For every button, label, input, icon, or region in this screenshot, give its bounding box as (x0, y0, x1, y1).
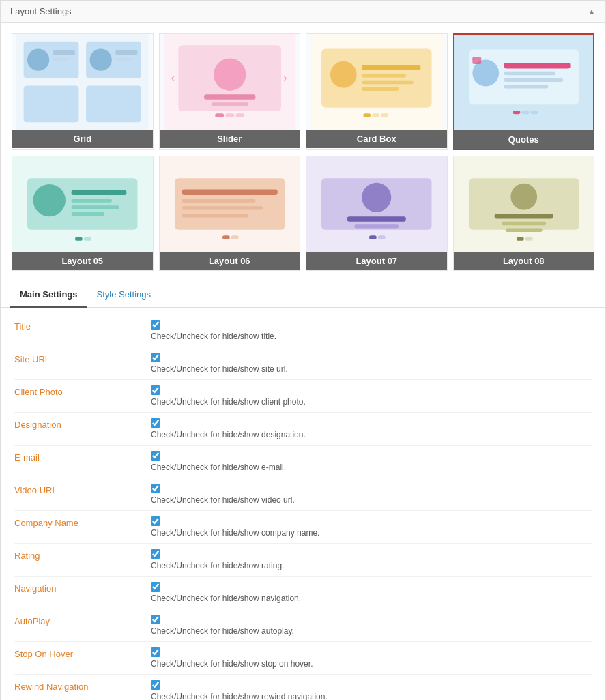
layout-thumb-cardbox (306, 34, 447, 130)
layout-label-cardbox: Card Box (306, 130, 447, 148)
layout-label-quotes: Quotes (454, 130, 594, 149)
svg-rect-30 (381, 113, 388, 117)
svg-rect-65 (369, 235, 377, 239)
setting-label-autoplay: AutoPlay (14, 615, 151, 626)
layout-item-layout06[interactable]: Layout 06 (159, 156, 301, 271)
svg-point-23 (330, 61, 357, 88)
svg-rect-3 (24, 85, 79, 122)
setting-desc-email: Check/Uncheck for hide/show e-mail. (151, 463, 592, 472)
svg-rect-37 (504, 85, 548, 88)
checkbox-email[interactable] (151, 451, 160, 461)
svg-rect-47 (72, 199, 112, 202)
layout-thumb-layout06 (160, 156, 300, 252)
layout-thumb-slider: ‹ › (160, 34, 300, 130)
svg-rect-4 (86, 85, 141, 122)
layout-label-layout08: Layout 08 (454, 252, 594, 270)
svg-rect-40 (513, 111, 520, 114)
layout-item-layout07[interactable]: Layout 07 (306, 156, 448, 271)
svg-rect-58 (222, 235, 229, 239)
svg-rect-14 (204, 94, 255, 100)
checkbox-client-photo[interactable] (151, 385, 160, 395)
checkbox-stop-on-hover[interactable] (151, 647, 160, 657)
setting-row-stop-on-hover: Stop On Hover Check/Uncheck for hide/sho… (14, 642, 592, 675)
svg-rect-18 (235, 113, 244, 117)
layout-item-layout05[interactable]: Layout 05 (12, 156, 154, 271)
layout-thumb-grid (12, 34, 153, 130)
svg-rect-55 (182, 199, 255, 202)
layout-item-slider[interactable]: ‹ › Slider (159, 33, 301, 150)
setting-row-navigation: Navigation Check/Uncheck for hide/show n… (14, 577, 592, 609)
layout-item-cardbox[interactable]: Card Box (306, 33, 448, 150)
setting-desc-video-url: Check/Uncheck for hide/show video url. (151, 495, 592, 505)
setting-label-email: E-mail (14, 451, 151, 463)
collapse-icon[interactable]: ▲ (588, 7, 596, 16)
setting-row-email: E-mail Check/Uncheck for hide/show e-mai… (14, 446, 592, 478)
svg-rect-17 (225, 113, 234, 117)
layout-item-grid[interactable]: Grid (12, 33, 154, 150)
setting-control-rewind-navigation: Check/Uncheck for hide/show rewind navig… (151, 680, 592, 700)
setting-desc-company-name: Check/Uncheck for hide/show company name… (151, 528, 592, 538)
checkbox-site-url[interactable] (151, 353, 160, 362)
setting-desc-stop-on-hover: Check/Uncheck for hide/show stop on hove… (151, 659, 592, 669)
setting-control-client-photo: Check/Uncheck for hide/show client photo… (151, 385, 592, 407)
layout-label-layout05: Layout 05 (12, 252, 153, 270)
layout-label-layout06: Layout 06 (160, 252, 300, 270)
checkbox-rating[interactable] (151, 549, 160, 559)
setting-control-video-url: Check/Uncheck for hide/show video url. (151, 484, 592, 505)
layout-thumb-layout08 (454, 156, 594, 252)
setting-label-navigation: Navigation (14, 582, 151, 594)
setting-label-rewind-navigation: Rewind Navigation (14, 680, 151, 692)
svg-text:": " (471, 55, 474, 67)
checkbox-title[interactable] (151, 320, 160, 330)
layout-label-layout07: Layout 07 (306, 252, 447, 270)
checkbox-navigation[interactable] (151, 582, 160, 592)
svg-rect-6 (53, 50, 75, 55)
svg-rect-24 (362, 65, 420, 70)
setting-label-stop-on-hover: Stop On Hover (14, 647, 151, 659)
checkbox-company-name[interactable] (151, 516, 160, 526)
layout-thumb-layout05 (12, 156, 153, 252)
setting-row-video-url: Video URL Check/Uncheck for hide/show vi… (14, 478, 592, 511)
svg-rect-49 (72, 212, 104, 216)
svg-text:‹: ‹ (171, 70, 175, 85)
svg-rect-46 (72, 190, 127, 196)
setting-control-site-url: Check/Uncheck for hide/show site url. (151, 353, 592, 374)
checkbox-video-url[interactable] (151, 484, 160, 493)
svg-rect-57 (182, 214, 248, 217)
svg-rect-64 (354, 224, 399, 228)
tab-style-settings[interactable]: Style Settings (87, 282, 161, 308)
checkbox-rewind-navigation[interactable] (151, 680, 160, 690)
setting-desc-rating: Check/Uncheck for hide/show rating. (151, 561, 592, 570)
setting-row-company-name: Company Name Check/Uncheck for hide/show… (14, 511, 592, 544)
checkbox-autoplay[interactable] (151, 615, 160, 624)
layout-item-layout08[interactable]: Layout 08 (453, 156, 595, 271)
svg-rect-25 (362, 74, 406, 77)
layout-label-grid: Grid (12, 130, 153, 148)
setting-control-navigation: Check/Uncheck for hide/show navigation. (151, 582, 592, 603)
svg-rect-41 (521, 111, 529, 114)
setting-control-stop-on-hover: Check/Uncheck for hide/show stop on hove… (151, 647, 592, 669)
setting-desc-autoplay: Check/Uncheck for hide/show autoplay. (151, 626, 592, 636)
checkbox-designation[interactable] (151, 418, 160, 428)
svg-rect-63 (347, 216, 406, 222)
setting-label-company-name: Company Name (14, 516, 151, 528)
setting-label-rating: Rating (14, 549, 151, 561)
svg-rect-51 (84, 237, 91, 240)
setting-control-autoplay: Check/Uncheck for hide/show autoplay. (151, 615, 592, 636)
page-header: Layout Settings ▲ (1, 1, 605, 23)
svg-rect-16 (215, 113, 224, 117)
page-title: Layout Settings (10, 6, 72, 16)
svg-point-62 (362, 183, 391, 212)
svg-rect-56 (182, 206, 262, 209)
svg-rect-36 (504, 78, 562, 82)
setting-row-title: Title Check/Uncheck for hide/show title. (14, 315, 592, 347)
tab-main-settings[interactable]: Main Settings (10, 282, 87, 308)
setting-label-site-url: Site URL (14, 353, 151, 364)
layout-grid: Grid ‹ › Slider (1, 23, 605, 282)
layout-item-quotes[interactable]: " Quotes (453, 33, 595, 150)
setting-control-email: Check/Uncheck for hide/show e-mail. (151, 451, 592, 472)
setting-row-rating: Rating Check/Uncheck for hide/show ratin… (14, 544, 592, 577)
svg-rect-50 (75, 237, 83, 240)
svg-rect-66 (378, 235, 386, 239)
svg-rect-28 (363, 113, 371, 117)
